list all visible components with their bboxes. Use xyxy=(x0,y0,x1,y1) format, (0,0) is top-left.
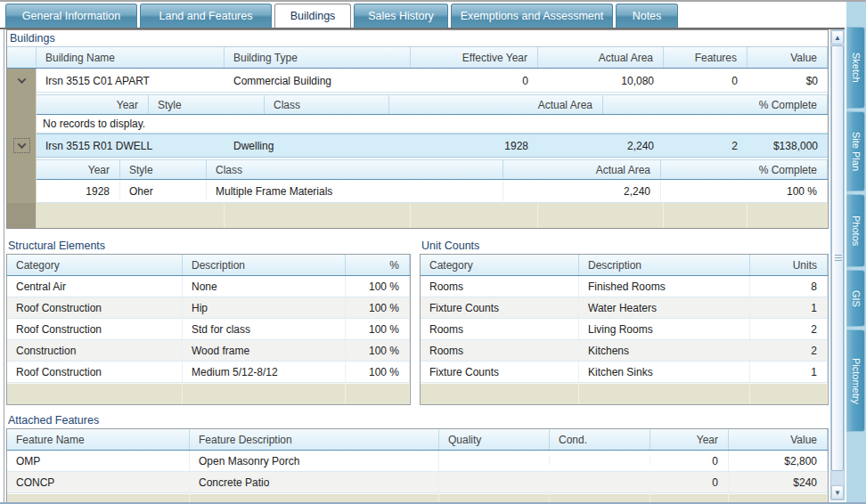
buildings-tab-content: Buildings Building NameBuilding TypeEffe… xyxy=(4,29,830,502)
table-row[interactable]: Roof ConstructionStd for class100 % xyxy=(7,319,410,340)
structural-cell: 100 % xyxy=(346,340,410,361)
attached-features-column-header[interactable]: Quality xyxy=(439,429,550,450)
sub-column-header[interactable]: % Complete xyxy=(603,95,828,114)
scrollbar-grip-icon xyxy=(835,255,842,262)
attached-features-table: Feature NameFeature DescriptionQualityCo… xyxy=(6,428,829,502)
sub-table-row[interactable]: 1928OherMultiple Frame Materials2,240100… xyxy=(37,180,828,203)
table-row[interactable]: OMPOpen Masonry Porch0$2,800 xyxy=(7,451,828,472)
sub-column-header[interactable]: Style xyxy=(149,95,265,114)
sub-column-header[interactable]: Year xyxy=(37,160,120,179)
attached-features-column-header[interactable]: Feature Name xyxy=(7,429,190,450)
table-row[interactable]: Roof ConstructionHip100 % xyxy=(7,297,410,319)
side-tab-pictometry[interactable]: Pictometry xyxy=(846,329,865,432)
column-header[interactable]: Value xyxy=(748,47,828,68)
sub-column-header[interactable]: Actual Area xyxy=(389,95,603,114)
structural-elements-section: Structural Elements CategoryDescription%… xyxy=(6,238,411,405)
footer-cell xyxy=(439,494,550,502)
building-cell: 2 xyxy=(664,135,748,156)
table-row[interactable]: RoomsKitchens2 xyxy=(421,340,828,362)
structural-column-header[interactable]: Description xyxy=(183,255,346,275)
table-row[interactable]: RoomsFinished Rooms8 xyxy=(421,276,828,297)
column-header[interactable]: Features xyxy=(664,47,748,68)
attached-features-column-header[interactable]: Cond. xyxy=(550,429,650,450)
structural-cell: None xyxy=(183,276,346,297)
structural-elements-table: CategoryDescription%Central AirNone100 %… xyxy=(6,254,411,405)
sub-column-header[interactable]: Style xyxy=(120,160,207,179)
structural-cell: Roof Construction xyxy=(7,362,183,382)
tab-exemptions-and-assessment[interactable]: Exemptions and Assessment xyxy=(451,4,613,28)
sub-column-header[interactable]: Actual Area xyxy=(503,160,661,179)
scrollbar-thumb[interactable] xyxy=(831,45,844,471)
tab-general-information[interactable]: General Information xyxy=(5,4,137,28)
side-tab-strip: SketchSite PlanPhotosGISPictometry xyxy=(846,2,866,502)
side-tab-gis[interactable]: GIS xyxy=(846,270,865,327)
scroll-up-arrow-icon[interactable]: ▲ xyxy=(831,30,844,45)
sub-grid-header-row: YearStyleClassActual Area% Complete xyxy=(37,94,828,115)
app-window: General InformationLand and FeaturesBuil… xyxy=(0,0,866,504)
building-row-group: Irsn 3515 C01 APARTCommercial Building01… xyxy=(7,69,828,134)
scroll-down-arrow-icon[interactable]: ▼ xyxy=(831,485,844,500)
side-tab-label: GIS xyxy=(851,282,862,315)
building-sub-grid: YearStyleClassActual Area% CompleteNo re… xyxy=(37,93,828,134)
table-row[interactable]: Irsn 3515 C01 APARTCommercial Building01… xyxy=(37,69,828,93)
vertical-scrollbar[interactable]: ▲ ▼ xyxy=(830,29,845,500)
structural-column-header[interactable]: Category xyxy=(7,255,183,275)
sub-cell: Oher xyxy=(120,181,207,201)
table-row[interactable]: Fixture CountsKitchen Sinks1 xyxy=(421,362,828,383)
table-row[interactable]: Fixture CountsWater Heaters1 xyxy=(421,297,828,319)
side-tab-sketch[interactable]: Sketch xyxy=(846,27,865,109)
buildings-grid-footer xyxy=(7,203,828,228)
unit-counts-cell: 8 xyxy=(750,276,828,297)
structural-cell: Wood frame xyxy=(183,340,346,361)
column-header[interactable]: Actual Area xyxy=(538,47,664,68)
expand-row-button[interactable] xyxy=(14,139,29,152)
building-cell: $138,000 xyxy=(748,135,828,156)
unit-counts-column-header[interactable]: Description xyxy=(579,255,750,275)
expand-row-button[interactable] xyxy=(14,74,29,87)
table-row[interactable]: ConstructionWood frame100 % xyxy=(7,340,410,362)
side-tab-photos[interactable]: Photos xyxy=(846,194,865,267)
footer-cell xyxy=(664,203,748,228)
expander-strip xyxy=(7,69,37,134)
tab-notes[interactable]: Notes xyxy=(616,4,678,28)
side-tab-label: Sketch xyxy=(851,45,862,91)
attached-features-cell: 0 xyxy=(650,472,729,492)
attached-features-column-header[interactable]: Year xyxy=(650,429,729,450)
attached-features-header-row: Feature NameFeature DescriptionQualityCo… xyxy=(7,429,828,451)
tab-bar-underline xyxy=(0,28,845,29)
tab-land-and-features[interactable]: Land and Features xyxy=(140,4,272,28)
column-header[interactable]: Effective Year xyxy=(411,47,538,68)
structural-cell: Medium 5/12-8/12 xyxy=(183,362,346,382)
side-tab-site-plan[interactable]: Site Plan xyxy=(846,111,865,191)
footer-cell xyxy=(750,384,828,404)
sub-column-header[interactable]: Class xyxy=(265,95,389,114)
sub-column-header[interactable]: Year xyxy=(37,95,149,114)
table-row[interactable]: Central AirNone100 % xyxy=(7,276,410,297)
footer-cell xyxy=(411,203,538,228)
unit-counts-column-header[interactable]: Units xyxy=(750,255,828,275)
building-cell: Dwelling xyxy=(225,135,411,156)
no-records-message: No records to display. xyxy=(37,115,828,134)
attached-features-column-header[interactable]: Feature Description xyxy=(190,429,439,450)
column-header[interactable]: Building Name xyxy=(37,47,225,68)
unit-counts-column-header[interactable]: Category xyxy=(421,255,579,275)
table-row[interactable]: RoomsLiving Rooms2 xyxy=(421,319,828,340)
footer-cell xyxy=(579,384,750,404)
footer-cell xyxy=(538,203,664,228)
tab-buildings[interactable]: Buildings xyxy=(274,4,351,28)
structural-column-header[interactable]: % xyxy=(346,255,410,275)
attached-features-column-header[interactable]: Value xyxy=(729,429,828,450)
table-row[interactable]: Irsn 3515 R01 DWELLDwelling19282,2402$13… xyxy=(37,134,828,158)
attached-features-cell xyxy=(439,457,550,465)
attached-features-label: Attached Features xyxy=(6,412,829,428)
sub-column-header[interactable]: Class xyxy=(207,160,503,179)
sub-column-header[interactable]: % Complete xyxy=(661,160,828,179)
chevron-down-icon xyxy=(17,140,26,149)
unit-counts-table: CategoryDescriptionUnitsRoomsFinished Ro… xyxy=(420,254,829,405)
structural-footer xyxy=(7,383,410,404)
footer-cell xyxy=(346,384,410,404)
table-row[interactable]: CONCPConcrete Patio0$240 xyxy=(7,472,828,493)
table-row[interactable]: Roof ConstructionMedium 5/12-8/12100 % xyxy=(7,362,410,383)
tab-sales-history[interactable]: Sales History xyxy=(354,4,448,28)
column-header[interactable]: Building Type xyxy=(225,47,411,68)
